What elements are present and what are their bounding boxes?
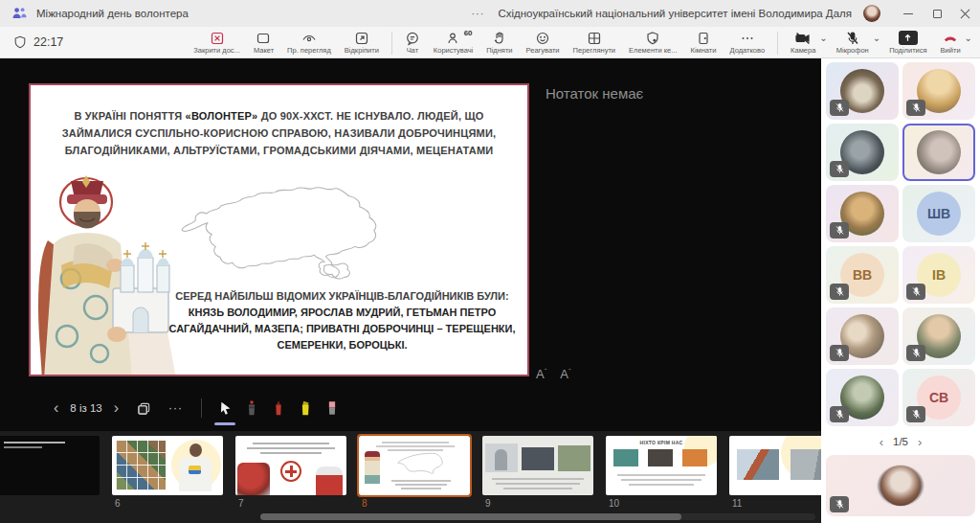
button-label: Додатково xyxy=(730,46,766,55)
notes-font-controls: Aˆ Aˇ xyxy=(536,367,571,381)
participant-tile[interactable] xyxy=(826,369,899,426)
current-slide[interactable]: В УКРАЇНІ ПОНЯТТЯ «ВОЛОНТЕР» ДО 90Х-ХХСТ… xyxy=(29,83,529,376)
next-slide-button[interactable]: › xyxy=(104,399,128,417)
camera-chevron-icon[interactable]: ⌄ xyxy=(819,33,827,43)
shield-icon xyxy=(13,35,27,49)
slide-thumbnail-11[interactable]: 11 xyxy=(729,436,821,509)
highlighter-tool-button[interactable] xyxy=(292,394,319,422)
camera-off-icon xyxy=(794,31,812,46)
eraser-tool-button[interactable] xyxy=(319,394,345,422)
microphone-chevron-icon[interactable]: ⌄ xyxy=(873,33,880,43)
view-button[interactable]: Переглянути xyxy=(567,30,622,56)
slide-text: В УКРАЇНІ ПОНЯТТЯ xyxy=(74,110,185,122)
slide-paragraph-top: В УКРАЇНІ ПОНЯТТЯ «ВОЛОНТЕР» ДО 90Х-ХХСТ… xyxy=(56,108,502,159)
thumbnail-slide-title: НІХТО КРІМ НАС xyxy=(606,440,717,445)
font-decrease-button[interactable]: Aˇ xyxy=(560,367,570,381)
minimize-button[interactable] xyxy=(894,0,923,27)
participants-page-indicator: 1/5 xyxy=(893,436,908,447)
participant-tile-active-speaker[interactable] xyxy=(902,124,975,181)
button-label: Чат xyxy=(407,46,418,55)
smiley-icon xyxy=(535,31,550,46)
participants-prev-page-button[interactable]: ‹ xyxy=(880,435,883,449)
close-button[interactable] xyxy=(951,0,980,27)
photo-collage xyxy=(116,441,166,490)
participant-avatar xyxy=(917,130,961,174)
people-icon: 60 xyxy=(446,31,461,46)
participant-tile[interactable] xyxy=(902,62,975,120)
stop-presenting-button[interactable]: Закрити дос... xyxy=(187,30,247,56)
filmstrip-scrollbar-thumb[interactable] xyxy=(260,513,681,520)
button-label: Поділитися xyxy=(889,46,926,55)
notes-empty-label: Нотаток немає xyxy=(546,85,643,102)
button-label: Кімнати xyxy=(691,46,717,55)
control-elements-button[interactable]: Елементи ке... xyxy=(622,30,684,56)
slide-thumbnail-7[interactable]: 7 xyxy=(235,436,346,509)
organization-name: Східноукраїнський національний університ… xyxy=(498,8,852,19)
participant-tile[interactable] xyxy=(902,307,975,365)
caret-down-icon: ˇ xyxy=(568,367,571,375)
participants-button[interactable]: 60 Користувачі xyxy=(427,30,479,56)
slide-sorter-button[interactable] xyxy=(128,401,160,416)
more-options-button[interactable]: Додатково xyxy=(724,30,772,56)
raise-hand-button[interactable]: Підняти xyxy=(479,30,519,56)
participant-tile[interactable]: СВ xyxy=(902,369,975,426)
slide-paragraph-bottom: СЕРЕД НАЙБІЛЬШ ВІДОМИХ УКРАЇНЦІВ-БЛАГОДІ… xyxy=(167,288,518,353)
initials-label: ІВ xyxy=(932,267,946,283)
layout-button[interactable]: Макет xyxy=(247,30,280,56)
mic-off-icon xyxy=(845,31,860,46)
slide-text: СЕРЕД НАЙБІЛЬШ ВІДОМИХ УКРАЇНЦІВ-БЛАГОДІ… xyxy=(167,288,518,305)
participant-avatar-initials: ШВ xyxy=(917,192,961,236)
leave-button[interactable]: Вийти xyxy=(934,30,968,56)
share-screen-icon xyxy=(899,31,918,46)
toolbar-divider xyxy=(777,32,778,55)
camera-button[interactable]: Камера xyxy=(784,30,822,56)
thumbnail-number: 11 xyxy=(732,498,821,509)
microphone-button[interactable]: Мікрофон xyxy=(830,30,876,56)
participant-tile[interactable]: ІВ xyxy=(902,246,975,304)
share-button[interactable]: Поділитися xyxy=(882,30,933,56)
slide-thumbnail-partial[interactable] xyxy=(0,436,100,498)
pen-tool-button[interactable] xyxy=(265,394,292,422)
slide-thumbnail-8-selected[interactable]: 8 xyxy=(359,436,470,509)
slide-filmstrip: 6 7 xyxy=(0,431,821,523)
participant-tile[interactable]: ВВ xyxy=(826,246,899,304)
thumbnail-number: 7 xyxy=(238,498,346,509)
titlebar-more-icon[interactable]: ··· xyxy=(471,8,484,19)
slide-thumbnail-10[interactable]: НІХТО КРІМ НАС 10 xyxy=(606,436,717,509)
participant-tile[interactable] xyxy=(826,62,899,120)
participant-tile[interactable] xyxy=(826,307,899,365)
leave-chevron-icon[interactable]: ⌄ xyxy=(965,33,972,43)
more-presenter-tools-button[interactable]: ··· xyxy=(160,401,191,415)
mic-muted-icon xyxy=(906,284,925,300)
participant-tile[interactable]: ШВ xyxy=(902,185,975,242)
unpin-button[interactable]: Відкріпити xyxy=(338,30,386,56)
chat-button[interactable]: Чат xyxy=(398,30,427,56)
slide-thumbnail-6[interactable]: 6 xyxy=(112,436,223,509)
mic-muted-icon xyxy=(830,496,849,512)
door-icon xyxy=(696,31,711,46)
mic-muted-icon xyxy=(830,100,849,116)
unpin-icon xyxy=(354,31,369,46)
window-titlebar: Міжнародний день волонтера ··· Східноукр… xyxy=(0,0,980,27)
font-increase-button[interactable]: Aˆ xyxy=(536,367,546,381)
rooms-button[interactable]: Кімнати xyxy=(684,30,724,56)
participant-tile[interactable] xyxy=(826,185,899,242)
font-increase-label: A xyxy=(536,367,545,381)
participants-count-badge: 60 xyxy=(464,29,473,37)
thumbnail-number: 6 xyxy=(115,498,223,509)
slide-thumbnail-9[interactable]: 9 xyxy=(482,436,593,509)
button-label: Вийти xyxy=(941,46,961,55)
react-button[interactable]: Реагувати xyxy=(520,30,567,56)
pointer-tool-button[interactable] xyxy=(212,394,238,422)
self-video-tile[interactable] xyxy=(826,455,975,516)
previous-slide-button[interactable]: ‹ xyxy=(44,399,68,417)
teams-app-icon xyxy=(11,6,27,21)
laser-pointer-tool-button[interactable] xyxy=(238,394,265,422)
red-cross-emblem xyxy=(280,461,301,482)
participant-tile[interactable] xyxy=(826,124,899,181)
maximize-button[interactable] xyxy=(923,0,951,27)
minimize-icon xyxy=(903,13,913,14)
user-avatar[interactable] xyxy=(863,5,880,22)
participants-next-page-button[interactable]: › xyxy=(918,435,922,449)
presenter-view-button[interactable]: Пр. перегляд xyxy=(280,30,338,56)
